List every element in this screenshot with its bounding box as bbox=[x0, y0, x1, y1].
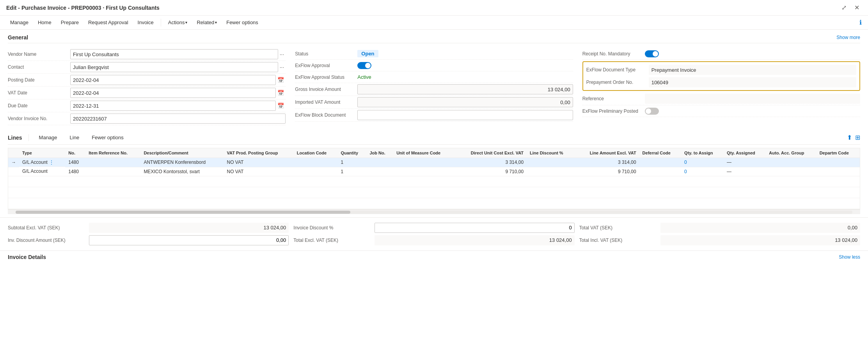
footer-col2: Invoice Discount % Total Excl. VAT (SEK) bbox=[293, 222, 574, 247]
row2-vat-prod[interactable]: NO VAT bbox=[224, 167, 294, 176]
vendor-invoice-no-input[interactable] bbox=[70, 114, 286, 124]
vendor-name-input[interactable] bbox=[70, 49, 278, 59]
row1-no[interactable]: 1480 bbox=[65, 158, 85, 167]
posting-date-field: Posting Date 📅 bbox=[8, 74, 286, 87]
close-icon[interactable]: ✕ bbox=[852, 3, 862, 12]
exflow-preliminary-posted-field: ExFlow Preliminary Posted bbox=[582, 105, 860, 117]
lines-fewer-options-button[interactable]: Fewer options bbox=[88, 133, 128, 142]
row2-description[interactable]: MEXICO Kontorsstol, svart bbox=[140, 167, 224, 176]
row2-type[interactable]: G/L Account bbox=[19, 167, 65, 176]
row1-deferral[interactable] bbox=[639, 158, 682, 167]
contact-dots-button[interactable]: ··· bbox=[278, 63, 286, 71]
row2-direct-unit-cost[interactable]: 9 710,00 bbox=[455, 167, 527, 176]
prepayment-order-no-value bbox=[649, 77, 856, 87]
exflow-preliminary-posted-toggle bbox=[645, 108, 860, 115]
row1-direct-unit-cost[interactable]: 3 314,00 bbox=[455, 158, 527, 167]
vat-date-input[interactable] bbox=[70, 88, 276, 98]
row1-qty-to-assign[interactable]: 0 bbox=[681, 158, 724, 167]
expand-icon[interactable]: ⤢ bbox=[839, 3, 849, 12]
row2-deferral[interactable] bbox=[639, 167, 682, 176]
exflow-preliminary-posted-toggle-off[interactable] bbox=[645, 108, 659, 115]
imported-vat-amount-input[interactable] bbox=[357, 97, 573, 107]
invoice-discount-pct-label: Invoice Discount % bbox=[293, 225, 371, 231]
general-section-header: General Show more bbox=[8, 34, 860, 43]
lines-grid-icon[interactable]: ⊞ bbox=[855, 134, 860, 141]
row2-no[interactable]: 1480 bbox=[65, 167, 85, 176]
window-title: Edit - Purchase Invoice - PREP00003 · Fi… bbox=[6, 5, 160, 11]
receipt-no-mandatory-toggle bbox=[645, 50, 860, 57]
row2-quantity[interactable]: 1 bbox=[337, 167, 366, 176]
col-deferral-header: Deferral Code bbox=[639, 148, 682, 158]
row1-line-amount[interactable]: 3 314,00 bbox=[575, 158, 639, 167]
lines-export-icon[interactable]: ⬆ bbox=[847, 134, 852, 141]
inv-discount-amount-input[interactable] bbox=[89, 235, 289, 245]
due-date-calendar-button[interactable]: 📅 bbox=[276, 102, 286, 110]
reference-input[interactable] bbox=[645, 94, 860, 104]
imported-vat-amount-field: Imported VAT Amount bbox=[295, 96, 573, 109]
exflow-block-document-select[interactable] bbox=[357, 110, 573, 120]
vendor-name-dots-button[interactable]: ··· bbox=[278, 50, 286, 58]
row2-job-no[interactable] bbox=[366, 167, 393, 176]
home-button[interactable]: Home bbox=[34, 18, 55, 27]
actions-button[interactable]: Actions ▾ bbox=[164, 18, 192, 27]
empty-row-1 bbox=[8, 176, 860, 187]
table-row[interactable]: G/L Account 1480 MEXICO Kontorsstol, sva… bbox=[8, 167, 860, 176]
exflow-document-type-input[interactable] bbox=[649, 65, 856, 75]
table-row[interactable]: → G/L Account ⋮ 1480 ANTWERPEN Konferens… bbox=[8, 158, 860, 167]
vat-date-calendar-button[interactable]: 📅 bbox=[276, 89, 286, 97]
row1-department[interactable] bbox=[817, 158, 860, 167]
invoice-button[interactable]: Invoice bbox=[134, 18, 158, 27]
contact-field: Contact ··· bbox=[8, 61, 286, 74]
row1-dots[interactable]: ⋮ bbox=[49, 160, 54, 165]
posting-date-calendar-button[interactable]: 📅 bbox=[276, 76, 286, 84]
posting-date-value: 📅 bbox=[70, 75, 286, 85]
row2-line-discount[interactable] bbox=[527, 167, 575, 176]
subtotal-excl-vat-field: Subtotal Excl. VAT (SEK) bbox=[8, 222, 289, 234]
row2-qty-to-assign[interactable]: 0 bbox=[681, 167, 724, 176]
row1-vat-prod[interactable]: NO VAT bbox=[224, 158, 294, 167]
contact-value: ··· bbox=[70, 62, 286, 72]
due-date-input[interactable] bbox=[70, 101, 276, 111]
prepayment-order-no-input[interactable] bbox=[649, 77, 856, 87]
receipt-no-mandatory-label: Receipt No. Mandatory bbox=[582, 51, 645, 57]
exflow-approval-label: ExFlow Approval bbox=[295, 63, 357, 68]
row2-auto-acc[interactable] bbox=[766, 167, 816, 176]
col-type-header: Type bbox=[19, 148, 65, 158]
show-less-link[interactable]: Show less bbox=[839, 254, 860, 260]
contact-input[interactable] bbox=[70, 62, 278, 72]
lines-table-wrapper: Type No. Item Reference No. Description/… bbox=[8, 148, 860, 209]
row2-qty-assigned: — bbox=[724, 167, 766, 176]
row2-department[interactable] bbox=[817, 167, 860, 176]
row1-location[interactable] bbox=[294, 158, 338, 167]
row1-auto-acc[interactable] bbox=[766, 158, 816, 167]
invoice-discount-pct-input[interactable] bbox=[375, 223, 574, 233]
total-vat-label: Total VAT (SEK) bbox=[579, 225, 657, 231]
col-department-header: Departm Code bbox=[817, 148, 860, 158]
row1-line-discount[interactable] bbox=[527, 158, 575, 167]
fewer-options-button[interactable]: Fewer options bbox=[222, 18, 262, 27]
gross-invoice-amount-value bbox=[357, 84, 573, 94]
gross-invoice-amount-input[interactable] bbox=[357, 84, 573, 94]
related-button[interactable]: Related ▾ bbox=[193, 18, 221, 27]
posting-date-input[interactable] bbox=[70, 75, 276, 85]
lines-line-button[interactable]: Line bbox=[66, 133, 83, 142]
prepare-button[interactable]: Prepare bbox=[57, 18, 83, 27]
request-approval-button[interactable]: Request Approval bbox=[84, 18, 132, 27]
manage-button[interactable]: Manage bbox=[6, 18, 32, 27]
gross-invoice-amount-label: Gross Invoice Amount bbox=[295, 87, 357, 92]
row2-unit-measure bbox=[393, 167, 454, 176]
show-more-link[interactable]: Show more bbox=[836, 35, 860, 40]
lines-manage-button[interactable]: Manage bbox=[35, 133, 61, 142]
row2-location[interactable] bbox=[294, 167, 338, 176]
row1-job-no[interactable] bbox=[366, 158, 393, 167]
row1-quantity[interactable]: 1 bbox=[337, 158, 366, 167]
horizontal-scrollbar[interactable] bbox=[8, 209, 860, 214]
row2-line-amount[interactable]: 9 710,00 bbox=[575, 167, 639, 176]
info-icon[interactable]: ℹ bbox=[859, 19, 862, 26]
row1-description[interactable]: ANTWERPEN Konferensbord bbox=[140, 158, 224, 167]
row1-type[interactable]: G/L Account ⋮ bbox=[19, 158, 65, 167]
scrollbar-thumb[interactable] bbox=[16, 211, 350, 214]
exflow-approval-toggle-on[interactable] bbox=[357, 62, 371, 69]
exflow-approval-status-text: Active bbox=[357, 74, 371, 80]
receipt-no-mandatory-toggle-on[interactable] bbox=[645, 50, 659, 57]
